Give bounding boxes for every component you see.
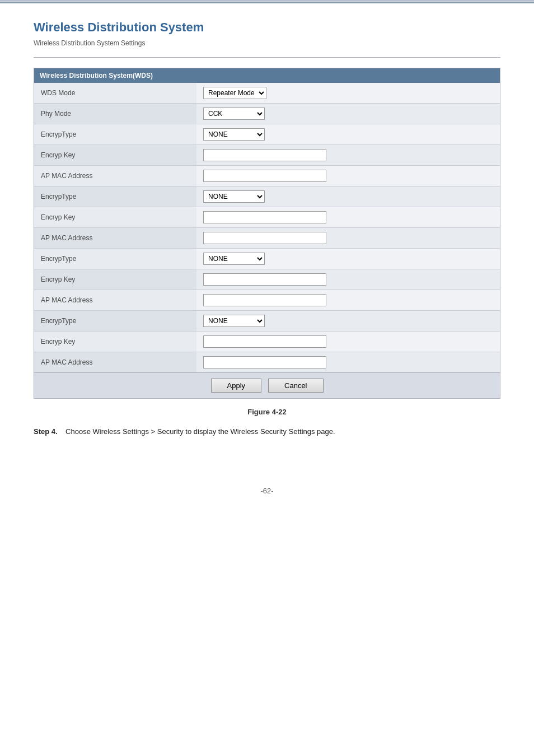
row-input-3[interactable]: [203, 149, 326, 161]
row-input-6[interactable]: [203, 211, 326, 223]
row-label: Encryp Key: [34, 269, 196, 290]
row-label: Encryp Key: [34, 332, 196, 352]
section-divider: [34, 57, 500, 58]
row-select-5[interactable]: NONEWEPAES: [203, 190, 265, 203]
row-select-11[interactable]: NONEWEPAES: [203, 315, 265, 327]
row-select-1[interactable]: CCKOFDMHTMIX: [203, 108, 265, 120]
apply-button[interactable]: Apply: [211, 379, 262, 393]
row-label: EncrypType: [34, 124, 196, 145]
page-number: -62-: [0, 487, 534, 495]
row-input-13[interactable]: [203, 356, 326, 368]
row-select-2[interactable]: NONEWEPAES: [203, 128, 265, 141]
row-input-4[interactable]: [203, 170, 326, 182]
page-subtitle: Wireless Distribution System Settings: [34, 39, 500, 47]
row-input-12[interactable]: [203, 335, 326, 348]
step-text: Step 4. Choose Wireless Settings > Secur…: [34, 426, 500, 437]
wds-form-table: WDS ModeRepeater ModeBridge ModePhy Mode…: [34, 83, 500, 372]
table-row: EncrypTypeNONEWEPAES: [34, 249, 500, 269]
row-label: EncrypType: [34, 186, 196, 207]
row-input-7[interactable]: [203, 232, 326, 244]
table-row: EncrypTypeNONEWEPAES: [34, 124, 500, 145]
table-row: WDS ModeRepeater ModeBridge Mode: [34, 83, 500, 104]
table-row: AP MAC Address: [34, 228, 500, 249]
row-label: Encryp Key: [34, 145, 196, 166]
table-row: Encryp Key: [34, 332, 500, 352]
row-label: AP MAC Address: [34, 352, 196, 373]
table-row: EncrypTypeNONEWEPAES: [34, 186, 500, 207]
row-label: Encryp Key: [34, 207, 196, 228]
table-header: Wireless Distribution System(WDS): [34, 68, 500, 83]
step-description: Choose Wireless Settings > Security to d…: [65, 427, 335, 436]
button-row: Apply Cancel: [34, 372, 500, 398]
row-label: EncrypType: [34, 311, 196, 332]
table-row: EncrypTypeNONEWEPAES: [34, 311, 500, 332]
table-row: AP MAC Address: [34, 352, 500, 373]
table-row: AP MAC Address: [34, 290, 500, 311]
table-row: Phy ModeCCKOFDMHTMIX: [34, 104, 500, 124]
row-label: AP MAC Address: [34, 166, 196, 186]
cancel-button[interactable]: Cancel: [268, 379, 323, 393]
wds-table-container: Wireless Distribution System(WDS) WDS Mo…: [34, 68, 500, 399]
row-label: AP MAC Address: [34, 228, 196, 249]
page-title: Wireless Distribution System: [34, 20, 500, 35]
figure-caption: Figure 4-22: [34, 408, 500, 416]
row-input-9[interactable]: [203, 273, 326, 286]
page-wrapper: Wireless Distribution System Wireless Di…: [0, 3, 534, 464]
row-label: AP MAC Address: [34, 290, 196, 311]
row-label: EncrypType: [34, 249, 196, 269]
table-row: Encryp Key: [34, 269, 500, 290]
row-select-0[interactable]: Repeater ModeBridge Mode: [203, 87, 266, 99]
table-row: Encryp Key: [34, 207, 500, 228]
table-row: Encryp Key: [34, 145, 500, 166]
step-number: Step 4.: [34, 427, 58, 436]
row-select-8[interactable]: NONEWEPAES: [203, 253, 265, 265]
row-label: WDS Mode: [34, 83, 196, 104]
row-label: Phy Mode: [34, 104, 196, 124]
table-row: AP MAC Address: [34, 166, 500, 186]
row-input-10[interactable]: [203, 294, 326, 306]
